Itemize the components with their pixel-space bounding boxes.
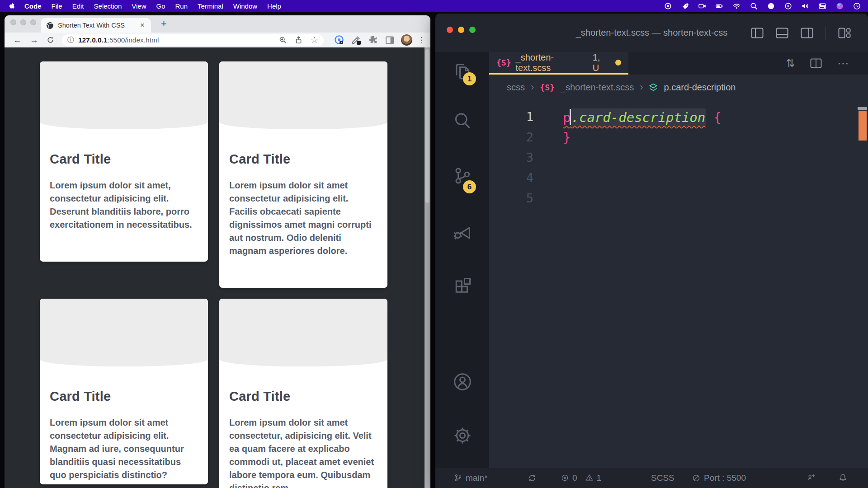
menu-item-go[interactable]: Go — [151, 0, 170, 12]
menu-item-run[interactable]: Run — [170, 0, 193, 12]
zoom-window-button[interactable] — [469, 27, 476, 33]
toggle-sidebar-icon[interactable] — [751, 28, 764, 38]
search-icon[interactable] — [453, 111, 472, 131]
breadcrumb-folder[interactable]: scss — [507, 82, 525, 93]
side-panel-icon[interactable] — [385, 35, 395, 45]
git-branch-item[interactable]: main* — [454, 468, 488, 488]
line-number: 4 — [489, 171, 533, 185]
browser-menu-icon[interactable]: ⋮ — [418, 35, 426, 45]
rocket-icon[interactable] — [681, 2, 689, 10]
minimize-window-button[interactable] — [20, 19, 26, 25]
reload-button[interactable] — [42, 36, 58, 44]
bookmark-star-icon[interactable]: ☆ — [311, 35, 318, 45]
unsaved-dot-icon[interactable] — [615, 60, 621, 66]
siri-icon[interactable] — [836, 2, 844, 10]
card: Card Title Lorem ipsum dolor sit amet co… — [40, 299, 208, 484]
problems-item[interactable]: 0 1 — [561, 468, 601, 488]
settings-gear-icon[interactable] — [453, 426, 472, 446]
card-grid: Card Title Lorem ipsum dolor sit amet, c… — [40, 61, 387, 488]
menu-item-edit[interactable]: Edit — [67, 0, 89, 12]
close-window-button[interactable] — [10, 19, 16, 25]
site-info-icon[interactable]: ⓘ — [67, 36, 74, 44]
card-description: Lorem ipsum dolor sit amet, consectetur … — [50, 179, 198, 231]
customize-layout-icon[interactable] — [838, 28, 851, 38]
breadcrumb-symbol[interactable]: p.card-description — [664, 82, 736, 93]
editor-tab[interactable]: {S} _shorten-text.scss 1, U — [489, 52, 628, 75]
menu-item-app[interactable]: Code — [19, 0, 47, 12]
forward-button[interactable]: → — [26, 35, 42, 45]
new-tab-button[interactable]: + — [158, 17, 170, 31]
card-image-placeholder — [219, 61, 387, 129]
minimize-window-button[interactable] — [458, 27, 464, 33]
more-actions-icon[interactable]: ⋯ — [837, 56, 849, 70]
code-line[interactable]: 3 — [489, 147, 868, 168]
control-center-icon[interactable] — [819, 2, 826, 10]
play-circle-icon[interactable] — [784, 2, 792, 10]
extensions-icon[interactable] — [453, 276, 472, 296]
code-line[interactable]: 1 p.card-description{ — [489, 107, 868, 127]
url-host: 127.0.0.1 — [78, 36, 108, 44]
line-number: 2 — [489, 130, 533, 144]
close-window-button[interactable] — [447, 27, 453, 33]
toggle-secondary-sidebar-icon[interactable] — [801, 28, 813, 38]
menu-item-help[interactable]: Help — [262, 0, 286, 12]
language-label: SCSS — [651, 473, 675, 483]
browser-toolbar: ← → ⓘ 127.0.0.1 :5500/index.html ☆ ⋮ — [5, 33, 430, 47]
web-page: Card Title Lorem ipsum dolor sit amet, c… — [5, 47, 430, 488]
clock-icon[interactable] — [853, 2, 861, 10]
page-scrollbar[interactable] — [425, 47, 430, 488]
editor-tab-label: _shorten-text.scss — [516, 52, 589, 73]
browser-tab[interactable]: Shorten Text With CSS × — [41, 18, 151, 33]
account-icon[interactable] — [453, 372, 472, 392]
status-dot-icon[interactable] — [767, 2, 775, 10]
toggle-panel-icon[interactable] — [776, 28, 788, 38]
editor-tab-bar: {S} _shorten-text.scss 1, U ⇅ ⋯ — [489, 52, 868, 75]
share-icon[interactable] — [295, 36, 302, 44]
search-icon[interactable] — [750, 2, 758, 10]
color-picker-icon[interactable] — [351, 35, 362, 46]
scrollbar-thumb[interactable] — [425, 49, 429, 203]
browser-tab-strip: Shorten Text With CSS × + — [5, 15, 430, 33]
extensions-puzzle-icon[interactable] — [368, 35, 378, 45]
menu-item-file[interactable]: File — [47, 0, 67, 12]
status-bar: main* 0 1 SCSS Port : 5500 — [435, 468, 868, 488]
back-button[interactable]: ← — [9, 35, 26, 45]
notifications-bell-icon[interactable] — [839, 468, 847, 488]
editor-actions: ⇅ ⋯ — [786, 52, 849, 75]
menu-item-window[interactable]: Window — [228, 0, 262, 12]
open-changes-icon[interactable]: ⇅ — [786, 57, 795, 70]
live-server-port-item[interactable]: Port : 5500 — [692, 468, 746, 488]
tab-close-icon[interactable]: × — [139, 21, 146, 30]
sync-changes-item[interactable] — [528, 468, 536, 488]
site-globe-icon — [46, 22, 54, 29]
split-editor-icon[interactable] — [810, 58, 822, 68]
language-mode-item[interactable]: SCSS — [651, 468, 675, 488]
token-open-brace: { — [713, 110, 721, 125]
apple-menu-icon[interactable] — [7, 2, 19, 10]
sass-file-icon: {S} — [540, 83, 555, 92]
code-line[interactable]: 4 — [489, 168, 868, 188]
address-bar[interactable]: ⓘ 127.0.0.1 :5500/index.html ☆ — [62, 34, 324, 46]
code-area[interactable]: 1 p.card-description{ 2 } 3 4 5 — [489, 107, 868, 208]
menu-item-view[interactable]: View — [127, 0, 151, 12]
run-debug-icon[interactable] — [453, 221, 472, 241]
symbol-class-icon — [649, 83, 658, 92]
zoom-window-button[interactable] — [30, 19, 36, 25]
battery-icon[interactable] — [716, 2, 723, 10]
zoom-page-icon[interactable] — [279, 36, 287, 44]
wifi-icon[interactable] — [733, 2, 741, 10]
password-manager-icon[interactable] — [334, 35, 344, 46]
menu-item-terminal[interactable]: Terminal — [193, 0, 228, 12]
code-line[interactable]: 2 } — [489, 127, 868, 147]
source-control-badge: 6 — [463, 180, 476, 193]
breadcrumb-file[interactable]: _shorten-text.scss — [561, 82, 634, 93]
volume-icon[interactable] — [802, 2, 809, 10]
profile-avatar[interactable] — [401, 34, 412, 46]
screen-record-icon[interactable] — [664, 2, 672, 10]
code-line[interactable]: 5 — [489, 188, 868, 208]
feedback-item[interactable] — [807, 468, 816, 488]
menu-item-selection[interactable]: Selection — [89, 0, 127, 12]
vscode-window-title: _shorten-text.scss — shorten-text-css — [576, 28, 728, 38]
video-camera-icon[interactable] — [698, 2, 706, 10]
line-number: 3 — [489, 150, 533, 164]
